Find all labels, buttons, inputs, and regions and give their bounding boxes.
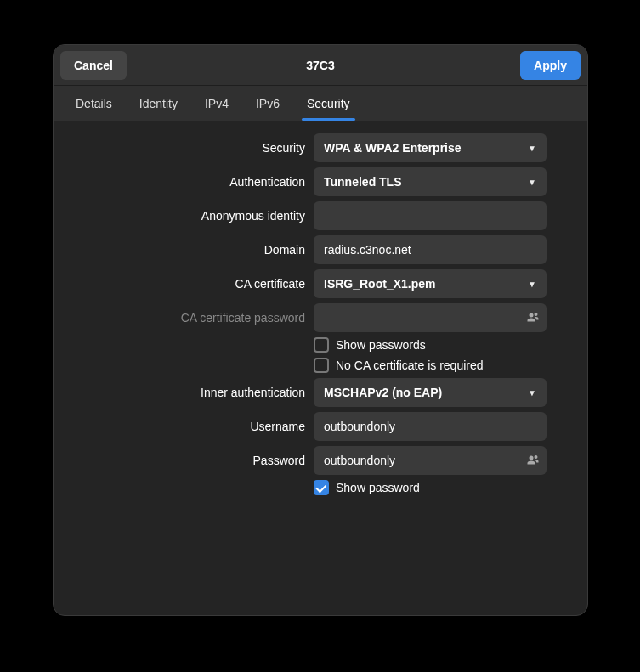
tab-security[interactable]: Security [295, 88, 362, 119]
domain-label: Domain [71, 243, 305, 257]
show-passwords-label[interactable]: Show passwords [336, 338, 426, 352]
show-passwords-checkbox[interactable] [314, 337, 329, 353]
tab-identity[interactable]: Identity [127, 88, 190, 119]
tab-details[interactable]: Details [64, 88, 124, 119]
inner-authentication-value: MSCHAPv2 (no EAP) [324, 386, 442, 399]
inner-authentication-select[interactable]: MSCHAPv2 (no EAP) ▼ [314, 378, 547, 407]
ca-certificate-password-input [314, 303, 547, 332]
ca-certificate-select[interactable]: ISRG_Root_X1.pem ▼ [314, 269, 547, 298]
chevron-down-icon: ▼ [528, 388, 536, 398]
password-input[interactable] [314, 446, 547, 475]
network-settings-dialog: Cancel 37C3 Apply Details Identity IPv4 … [53, 44, 588, 616]
username-label: Username [71, 420, 305, 433]
ca-certificate-label: CA certificate [71, 277, 305, 291]
username-input[interactable] [314, 412, 547, 441]
apply-button[interactable]: Apply [520, 51, 581, 80]
security-select[interactable]: WPA & WPA2 Enterprise ▼ [314, 133, 547, 162]
show-password-checkbox[interactable] [314, 480, 329, 495]
dialog-header: Cancel 37C3 Apply [54, 45, 587, 86]
dialog-title: 37C3 [54, 59, 587, 72]
show-password-label[interactable]: Show password [336, 481, 420, 494]
domain-input[interactable] [314, 235, 547, 264]
security-value: WPA & WPA2 Enterprise [324, 141, 462, 155]
password-label: Password [71, 454, 305, 467]
authentication-label: Authentication [71, 175, 305, 189]
no-ca-required-label[interactable]: No CA certificate is required [336, 359, 484, 372]
authentication-value: Tunneled TLS [324, 175, 402, 189]
chevron-down-icon: ▼ [528, 178, 536, 187]
security-form: Security WPA & WPA2 Enterprise ▼ Authent… [54, 121, 587, 615]
no-ca-required-checkbox[interactable] [314, 358, 329, 373]
anonymous-identity-label: Anonymous identity [71, 209, 305, 223]
tab-ipv4[interactable]: IPv4 [193, 88, 241, 119]
anonymous-identity-input[interactable] [314, 201, 547, 230]
ca-certificate-value: ISRG_Root_X1.pem [324, 277, 435, 291]
security-label: Security [71, 141, 305, 155]
chevron-down-icon: ▼ [528, 280, 536, 289]
tab-bar: Details Identity IPv4 IPv6 Security [54, 86, 587, 121]
authentication-select[interactable]: Tunneled TLS ▼ [314, 167, 547, 196]
chevron-down-icon: ▼ [528, 144, 536, 153]
tab-ipv6[interactable]: IPv6 [244, 88, 292, 119]
cancel-button[interactable]: Cancel [60, 51, 127, 80]
inner-authentication-label: Inner authentication [71, 386, 305, 399]
ca-certificate-password-label: CA certificate password [71, 311, 305, 325]
